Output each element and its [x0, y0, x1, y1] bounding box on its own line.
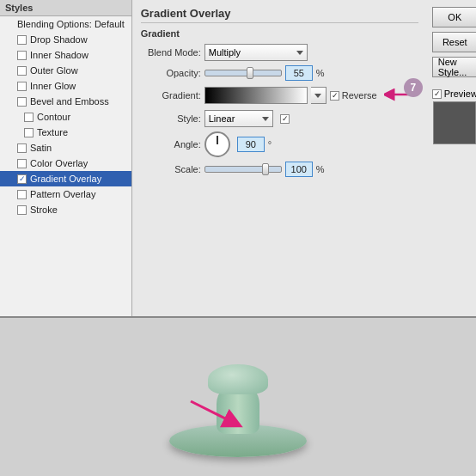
- texture-checkbox[interactable]: [24, 128, 34, 137]
- sidebar-item-contour[interactable]: Contour: [0, 109, 131, 125]
- drop-shadow-checkbox[interactable]: [17, 35, 27, 45]
- sidebar-item-stroke[interactable]: Stroke: [0, 202, 131, 217]
- sidebar-item-blending-options[interactable]: Blending Options: Default: [0, 16, 131, 32]
- sidebar: Styles Blending Options: Default Drop Sh…: [0, 0, 132, 316]
- gradient-overlay-checkbox[interactable]: [17, 174, 27, 184]
- preview-label: Preview: [444, 88, 476, 99]
- sidebar-item-bevel-emboss[interactable]: Bevel and Emboss: [0, 94, 131, 109]
- preview-area: Preview: [432, 88, 476, 144]
- opacity-slider-container: [204, 70, 282, 76]
- sidebar-item-inner-glow[interactable]: Inner Glow: [0, 78, 131, 94]
- angle-row: Angle: 90 °: [141, 131, 418, 157]
- dialog-panel: Styles Blending Options: Default Drop Sh…: [0, 0, 476, 318]
- pattern-overlay-checkbox[interactable]: [17, 190, 27, 199]
- opacity-unit: %: [316, 68, 325, 78]
- sidebar-item-color-overlay[interactable]: Color Overlay: [0, 156, 131, 171]
- reverse-checkbox[interactable]: [330, 91, 339, 101]
- image-panel: [0, 318, 476, 476]
- sidebar-title: Styles: [0, 0, 131, 16]
- scale-slider-container: [204, 166, 282, 173]
- sidebar-item-outer-glow[interactable]: Outer Glow: [0, 63, 131, 78]
- scale-input[interactable]: 100: [285, 162, 313, 177]
- ok-button[interactable]: OK: [432, 7, 476, 27]
- sidebar-item-inner-shadow[interactable]: Inner Shadow: [0, 47, 131, 63]
- reverse-check-label[interactable]: Reverse: [330, 90, 377, 101]
- preview-box: [433, 101, 476, 144]
- sidebar-item-gradient-overlay[interactable]: Gradient Overlay: [0, 171, 131, 186]
- style-value: Linear: [209, 113, 235, 124]
- style-arrow-icon: [262, 117, 269, 121]
- section-title: Gradient: [141, 28, 418, 39]
- gradient-field[interactable]: [204, 87, 308, 104]
- opacity-slider-thumb[interactable]: [247, 67, 253, 79]
- button-panel: OK Reset New Style... Preview: [427, 0, 476, 316]
- style-dropdown[interactable]: Linear: [204, 110, 273, 127]
- angle-label: Angle:: [141, 139, 201, 150]
- scale-slider-thumb[interactable]: [262, 163, 269, 175]
- preview-check-row: Preview: [432, 88, 476, 99]
- annotation-badge-7: 7: [404, 78, 423, 97]
- scale-slider-track[interactable]: [204, 166, 282, 173]
- angle-dial[interactable]: [204, 131, 230, 157]
- satin-checkbox[interactable]: [17, 143, 27, 153]
- align-layer-checkbox[interactable]: [280, 114, 290, 124]
- inner-shadow-checkbox[interactable]: [17, 51, 27, 60]
- scale-unit: %: [316, 164, 325, 174]
- svg-line-1: [191, 401, 234, 423]
- sidebar-item-satin[interactable]: Satin: [0, 140, 131, 156]
- blending-options-label: Blending Options: Default: [17, 19, 125, 29]
- blend-mode-value: Multiply: [209, 47, 241, 58]
- sidebar-item-drop-shadow[interactable]: Drop Shadow: [0, 32, 131, 47]
- knob-cap: [208, 364, 268, 394]
- gradient-dropdown-button[interactable]: [311, 87, 326, 104]
- blend-mode-row: Blend Mode: Multiply: [141, 44, 418, 61]
- angle-unit: °: [268, 139, 272, 150]
- scale-label: Scale:: [141, 164, 201, 174]
- reverse-label: Reverse: [342, 90, 377, 101]
- sidebar-item-texture[interactable]: Texture: [0, 125, 131, 140]
- opacity-row: Opacity: 55 %: [141, 65, 418, 81]
- outer-glow-checkbox[interactable]: [17, 66, 27, 76]
- opacity-slider-track[interactable]: [204, 70, 282, 76]
- sidebar-item-pattern-overlay[interactable]: Pattern Overlay: [0, 186, 131, 202]
- panel-title: Gradient Overlay: [141, 7, 418, 23]
- style-label: Style:: [141, 113, 201, 124]
- align-layer-check-label[interactable]: [280, 114, 290, 124]
- blend-mode-dropdown[interactable]: Multiply: [204, 44, 308, 61]
- gradient-label: Gradient:: [141, 90, 201, 101]
- preview-checkbox[interactable]: [432, 89, 442, 99]
- stroke-checkbox[interactable]: [17, 205, 27, 215]
- new-style-button[interactable]: New Style...: [432, 57, 476, 77]
- opacity-label: Opacity:: [141, 68, 201, 78]
- opacity-input[interactable]: 55: [285, 65, 313, 81]
- gradient-row: Gradient: Reverse: [141, 85, 418, 106]
- knob-scene: [152, 333, 324, 461]
- blend-mode-label: Blend Mode:: [141, 47, 201, 58]
- angle-input[interactable]: 90: [237, 137, 265, 152]
- reset-button[interactable]: Reset: [432, 32, 476, 52]
- knob-annotation-svg: [186, 393, 255, 436]
- inner-glow-checkbox[interactable]: [17, 82, 27, 91]
- main-content: Gradient Overlay Gradient Blend Mode: Mu…: [132, 0, 427, 316]
- style-row: Style: Linear: [141, 110, 418, 127]
- color-overlay-checkbox[interactable]: [17, 159, 27, 168]
- blend-mode-arrow-icon: [296, 51, 303, 55]
- contour-checkbox[interactable]: [24, 113, 34, 122]
- angle-hand: [217, 136, 218, 144]
- gradient-arrow-icon: [314, 94, 321, 98]
- bevel-emboss-checkbox[interactable]: [17, 97, 27, 107]
- scale-row: Scale: 100 %: [141, 162, 418, 177]
